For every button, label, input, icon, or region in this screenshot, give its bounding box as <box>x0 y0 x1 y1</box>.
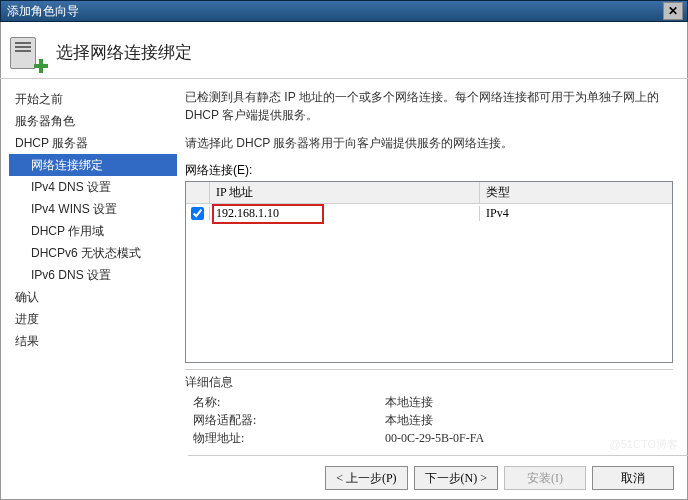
sidebar-item-results[interactable]: 结果 <box>9 330 177 352</box>
description-2: 请选择此 DHCP 服务器将用于向客户端提供服务的网络连接。 <box>185 134 673 152</box>
connections-grid: IP 地址 类型 192.168.1.10 IPv4 <box>185 181 673 363</box>
details-header: 详细信息 <box>185 374 673 391</box>
detail-adapter-label: 网络适配器: <box>185 411 295 429</box>
window-body: 选择网络连接绑定 开始之前 服务器角色 DHCP 服务器 网络连接绑定 IPv4… <box>0 22 688 500</box>
details-panel: 详细信息 名称: 本地连接 网络适配器: 本地连接 物理地址: 00-0C-29… <box>185 369 673 447</box>
grid-header: IP 地址 类型 <box>186 182 672 204</box>
titlebar: 添加角色向导 ✕ <box>0 0 688 22</box>
row-ip: 192.168.1.10 <box>216 206 279 220</box>
sidebar-item-dhcp-scope[interactable]: DHCP 作用域 <box>9 220 177 242</box>
row-type: IPv4 <box>480 206 672 221</box>
detail-mac-value: 00-0C-29-5B-0F-FA <box>295 429 673 447</box>
sidebar-item-network-binding[interactable]: 网络连接绑定 <box>9 154 177 176</box>
sidebar-item-ipv6-dns[interactable]: IPv6 DNS 设置 <box>9 264 177 286</box>
detail-name-value: 本地连接 <box>295 393 673 411</box>
header-divider <box>0 78 688 79</box>
grid-label: 网络连接(E): <box>185 162 673 179</box>
footer-divider <box>188 455 688 456</box>
sidebar-item-ipv4-dns[interactable]: IPv4 DNS 设置 <box>9 176 177 198</box>
sidebar-item-ipv4-wins[interactable]: IPv4 WINS 设置 <box>9 198 177 220</box>
page-title: 选择网络连接绑定 <box>56 41 192 64</box>
detail-mac-label: 物理地址: <box>185 429 295 447</box>
footer-buttons: < 上一步(P) 下一步(N) > 安装(I) 取消 <box>325 466 674 490</box>
detail-adapter-value: 本地连接 <box>295 411 673 429</box>
sidebar-item-dhcp-server[interactable]: DHCP 服务器 <box>9 132 177 154</box>
sidebar-item-confirm[interactable]: 确认 <box>9 286 177 308</box>
install-button: 安装(I) <box>504 466 586 490</box>
sidebar: 开始之前 服务器角色 DHCP 服务器 网络连接绑定 IPv4 DNS 设置 I… <box>1 80 181 499</box>
prev-button[interactable]: < 上一步(P) <box>325 466 407 490</box>
server-role-icon <box>10 35 46 71</box>
cancel-button[interactable]: 取消 <box>592 466 674 490</box>
sidebar-item-before-begin[interactable]: 开始之前 <box>9 88 177 110</box>
description-1: 已检测到具有静态 IP 地址的一个或多个网络连接。每个网络连接都可用于为单独子网… <box>185 88 673 124</box>
sidebar-item-dhcpv6-stateless[interactable]: DHCPv6 无状态模式 <box>9 242 177 264</box>
window-title: 添加角色向导 <box>5 3 663 20</box>
close-button[interactable]: ✕ <box>663 2 683 20</box>
col-header-ip[interactable]: IP 地址 <box>210 182 480 203</box>
next-button[interactable]: 下一步(N) > <box>414 466 498 490</box>
detail-name-label: 名称: <box>185 393 295 411</box>
sidebar-item-progress[interactable]: 进度 <box>9 308 177 330</box>
header: 选择网络连接绑定 <box>10 30 192 75</box>
grid-row[interactable]: 192.168.1.10 IPv4 <box>186 204 672 223</box>
sidebar-item-server-roles[interactable]: 服务器角色 <box>9 110 177 132</box>
col-header-type[interactable]: 类型 <box>480 182 672 203</box>
main-panel: 已检测到具有静态 IP 地址的一个或多个网络连接。每个网络连接都可用于为单独子网… <box>181 80 687 499</box>
row-checkbox[interactable] <box>191 207 204 220</box>
